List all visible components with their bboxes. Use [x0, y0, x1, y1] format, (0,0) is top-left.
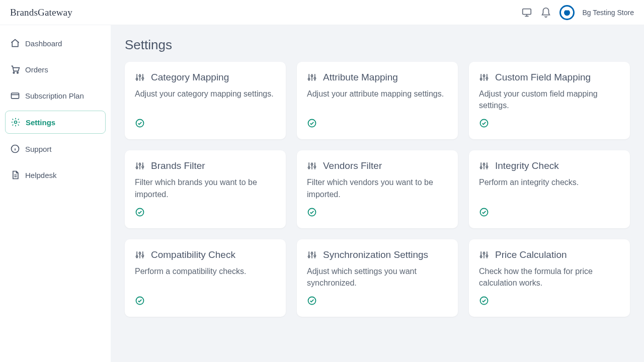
monitor-icon[interactable]: [521, 7, 532, 18]
sliders-icon: [135, 72, 145, 82]
card-desc: Filter which brands you want to be impor…: [135, 176, 276, 200]
card-title: Custom Field Mapping: [495, 72, 591, 83]
card-icon: [10, 90, 20, 101]
card-desc: Adjust which settings you want synchroni…: [307, 265, 448, 289]
sidebar-item-subscription-plan[interactable]: Subscription Plan: [5, 84, 106, 107]
info-icon: [10, 144, 20, 154]
store-name[interactable]: Bg Testing Store: [583, 9, 634, 17]
card-title: Integrity Check: [495, 160, 559, 171]
header-actions: Bg Testing Store: [521, 5, 634, 20]
app-header: BrandsGateway Bg Testing Store: [0, 0, 644, 25]
brand-logo: BrandsGateway: [10, 7, 72, 18]
main-panel: Settings Category MappingAdjust your cat…: [111, 25, 644, 362]
card-header: Brands Filter: [135, 160, 276, 171]
check-circle-icon: [307, 207, 317, 217]
status-badge: [135, 118, 276, 130]
settings-cards: Category MappingAdjust your category map…: [125, 62, 630, 317]
sidebar-item-settings[interactable]: Settings: [5, 111, 106, 134]
card-header: Price Calculation: [479, 249, 620, 260]
card-title: Price Calculation: [495, 249, 567, 260]
sliders-icon: [479, 250, 489, 260]
bell-icon[interactable]: [540, 7, 551, 18]
sidebar-item-label: Settings: [26, 118, 55, 127]
settings-card-synchronization-settings[interactable]: Synchronization SettingsAdjust which set…: [297, 239, 458, 317]
status-badge: [479, 296, 620, 308]
card-desc: Perform a compatibility checks.: [135, 265, 276, 289]
settings-card-integrity-check[interactable]: Integrity CheckPerform an integrity chec…: [469, 150, 630, 228]
card-desc: Filter which vendors you want to be impo…: [307, 176, 448, 200]
check-circle-icon: [307, 118, 317, 128]
sliders-icon: [135, 161, 145, 171]
check-circle-icon: [135, 296, 145, 306]
settings-card-category-mapping[interactable]: Category MappingAdjust your category map…: [125, 62, 286, 139]
status-badge: [479, 118, 620, 130]
sidebar: DashboardOrdersSubscription PlanSettings…: [0, 25, 111, 362]
card-title: Compatibility Check: [151, 249, 235, 260]
card-title: Attribute Mapping: [323, 72, 398, 83]
card-desc: Adjust your custom field mapping setting…: [479, 88, 620, 111]
card-header: Integrity Check: [479, 160, 620, 171]
sidebar-item-label: Orders: [25, 65, 48, 74]
status-badge: [135, 207, 276, 219]
card-title: Brands Filter: [151, 160, 205, 171]
check-circle-icon: [135, 207, 145, 217]
settings-card-compatibility-check[interactable]: Compatibility CheckPerform a compatibili…: [125, 239, 286, 317]
status-badge: [479, 207, 620, 219]
status-badge: [307, 296, 448, 308]
sidebar-item-helpdesk[interactable]: Helpdesk: [5, 164, 106, 186]
settings-card-vendors-filter[interactable]: Vendors FilterFilter which vendors you w…: [297, 150, 458, 228]
sliders-icon: [307, 72, 317, 82]
sliders-icon: [479, 161, 489, 171]
cart-icon: [10, 64, 20, 74]
sidebar-item-label: Subscription Plan: [25, 92, 84, 100]
check-circle-icon: [479, 207, 489, 217]
sidebar-item-label: Helpdesk: [25, 171, 57, 179]
card-header: Vendors Filter: [307, 160, 448, 171]
status-badge: [307, 207, 448, 219]
sidebar-item-label: Dashboard: [25, 39, 62, 48]
sidebar-item-label: Support: [25, 145, 52, 153]
check-circle-icon: [479, 296, 489, 306]
card-header: Synchronization Settings: [307, 249, 448, 260]
card-desc: Adjust your category mapping settings.: [135, 88, 276, 111]
sliders-icon: [307, 250, 317, 260]
file-icon: [10, 170, 20, 180]
card-title: Category Mapping: [151, 72, 229, 83]
card-header: Compatibility Check: [135, 249, 276, 260]
sliders-icon: [479, 72, 489, 82]
check-circle-icon: [135, 118, 145, 128]
gear-icon: [11, 117, 21, 127]
sliders-icon: [135, 250, 145, 260]
card-header: Category Mapping: [135, 72, 276, 83]
avatar[interactable]: [559, 5, 575, 20]
card-title: Vendors Filter: [323, 160, 382, 171]
check-circle-icon: [307, 296, 317, 306]
status-badge: [307, 118, 448, 130]
sidebar-item-support[interactable]: Support: [5, 138, 106, 160]
settings-card-custom-field-mapping[interactable]: Custom Field MappingAdjust your custom f…: [469, 62, 630, 139]
sliders-icon: [307, 161, 317, 171]
status-badge: [135, 296, 276, 308]
card-desc: Check how the formula for price calculat…: [479, 265, 620, 289]
card-desc: Perform an integrity checks.: [479, 176, 620, 200]
check-circle-icon: [479, 118, 489, 128]
card-title: Synchronization Settings: [323, 249, 428, 260]
card-desc: Adjust your attribute mapping settings.: [307, 88, 448, 111]
settings-card-price-calculation[interactable]: Price CalculationCheck how the formula f…: [469, 239, 630, 317]
settings-card-attribute-mapping[interactable]: Attribute MappingAdjust your attribute m…: [297, 62, 458, 139]
card-header: Custom Field Mapping: [479, 72, 620, 83]
settings-card-brands-filter[interactable]: Brands FilterFilter which brands you wan…: [125, 150, 286, 228]
page-title: Settings: [125, 37, 630, 53]
home-icon: [10, 38, 20, 48]
power-icon: [562, 8, 572, 17]
sidebar-item-orders[interactable]: Orders: [5, 58, 106, 80]
card-header: Attribute Mapping: [307, 72, 448, 83]
sidebar-item-dashboard[interactable]: Dashboard: [5, 32, 106, 54]
